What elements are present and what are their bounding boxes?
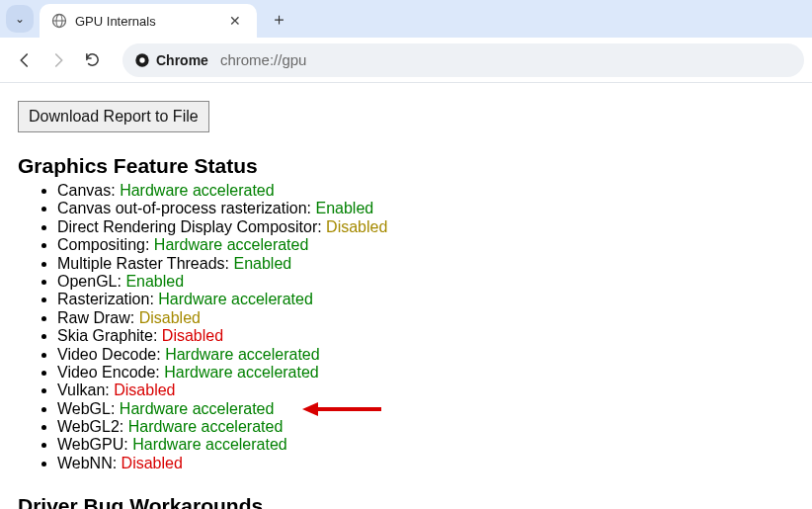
list-item: WebGL: Hardware accelerated xyxy=(57,400,794,418)
url-text: chrome://gpu xyxy=(220,51,307,68)
feature-status: Hardware accelerated xyxy=(158,291,313,307)
page-content: Download Report to File Graphics Feature… xyxy=(0,83,812,509)
graphics-feature-list: Canvas: Hardware acceleratedCanvas out-o… xyxy=(18,182,794,472)
tab-search-dropdown[interactable]: ⌄ xyxy=(6,5,34,33)
feature-status: Hardware accelerated xyxy=(164,364,319,381)
list-item: Vulkan: Disabled xyxy=(57,382,794,399)
feature-name: Rasterization xyxy=(57,291,149,307)
chrome-icon xyxy=(134,52,150,68)
address-bar[interactable]: Chrome chrome://gpu xyxy=(122,43,804,77)
driver-bug-workarounds-heading: Driver Bug Workarounds xyxy=(18,494,794,509)
feature-status: Hardware accelerated xyxy=(165,346,320,363)
site-info-chip[interactable]: Chrome xyxy=(134,52,220,68)
list-item: OpenGL: Enabled xyxy=(57,273,794,291)
list-item: Direct Rendering Display Compositor: Dis… xyxy=(57,218,794,236)
feature-status: Enabled xyxy=(125,273,184,290)
reload-button[interactable] xyxy=(75,43,109,77)
site-info-label: Chrome xyxy=(156,52,208,68)
feature-name: Video Decode xyxy=(57,346,156,363)
list-item: Compositing: Hardware accelerated xyxy=(57,236,794,254)
feature-status: Hardware accelerated xyxy=(120,400,275,417)
feature-name: Multiple Raster Threads xyxy=(57,255,225,272)
chevron-down-icon: ⌄ xyxy=(15,12,25,26)
list-item: WebGPU: Hardware accelerated xyxy=(57,436,794,454)
svg-point-4 xyxy=(139,57,144,62)
feature-status: Hardware accelerated xyxy=(128,418,284,435)
list-item: Rasterization: Hardware accelerated xyxy=(57,291,794,308)
tab-title: GPU Internals xyxy=(75,14,225,29)
feature-name: WebGPU xyxy=(57,436,123,453)
feature-name: WebGL2 xyxy=(57,418,120,435)
list-item: Video Encode: Hardware accelerated xyxy=(57,364,794,382)
list-item: Video Decode: Hardware accelerated xyxy=(57,346,794,364)
feature-name: Skia Graphite xyxy=(57,327,153,344)
back-button[interactable] xyxy=(8,43,41,77)
list-item: WebGL2: Hardware accelerated xyxy=(57,418,794,436)
browser-chrome: ⌄ GPU Internals ✕ ＋ Chrome chrome://gpu xyxy=(0,0,812,83)
graphics-feature-status-heading: Graphics Feature Status xyxy=(18,154,794,178)
toolbar: Chrome chrome://gpu xyxy=(0,38,812,83)
list-item: WebNN: Disabled xyxy=(57,455,794,472)
feature-status: Hardware accelerated xyxy=(154,236,309,253)
feature-status: Hardware accelerated xyxy=(132,436,287,453)
feature-status: Disabled xyxy=(162,327,223,344)
list-item: Skia Graphite: Disabled xyxy=(57,327,794,345)
globe-icon xyxy=(51,13,67,29)
list-item: Raw Draw: Disabled xyxy=(57,309,794,327)
list-item: Multiple Raster Threads: Enabled xyxy=(57,255,794,273)
feature-status: Disabled xyxy=(122,455,183,471)
feature-status: Disabled xyxy=(114,382,175,398)
forward-button[interactable] xyxy=(41,43,75,77)
list-item: Canvas out-of-process rasterization: Ena… xyxy=(57,200,794,217)
feature-name: Video Encode xyxy=(57,364,155,381)
download-report-button[interactable]: Download Report to File xyxy=(18,101,209,132)
arrow-annotation-icon xyxy=(302,399,381,419)
feature-status: Enabled xyxy=(315,200,373,216)
new-tab-button[interactable]: ＋ xyxy=(265,5,292,33)
feature-status: Enabled xyxy=(233,255,291,272)
feature-status: Hardware accelerated xyxy=(120,182,275,199)
feature-name: OpenGL xyxy=(57,273,117,290)
tab-bar: ⌄ GPU Internals ✕ ＋ xyxy=(0,0,812,38)
active-tab[interactable]: GPU Internals ✕ xyxy=(40,4,257,38)
feature-name: Compositing xyxy=(57,236,145,253)
feature-name: Canvas out-of-process rasterization xyxy=(57,200,307,216)
feature-name: Canvas xyxy=(57,182,111,199)
close-icon[interactable]: ✕ xyxy=(225,13,245,29)
feature-status: Disabled xyxy=(139,309,201,326)
feature-status: Disabled xyxy=(326,218,387,235)
svg-marker-6 xyxy=(302,402,318,416)
feature-name: Raw Draw xyxy=(57,309,130,326)
feature-name: Direct Rendering Display Compositor xyxy=(57,218,317,235)
list-item: Canvas: Hardware accelerated xyxy=(57,182,794,200)
feature-name: WebGL xyxy=(57,400,111,417)
feature-name: Vulkan xyxy=(57,382,105,398)
feature-name: WebNN xyxy=(57,455,113,471)
